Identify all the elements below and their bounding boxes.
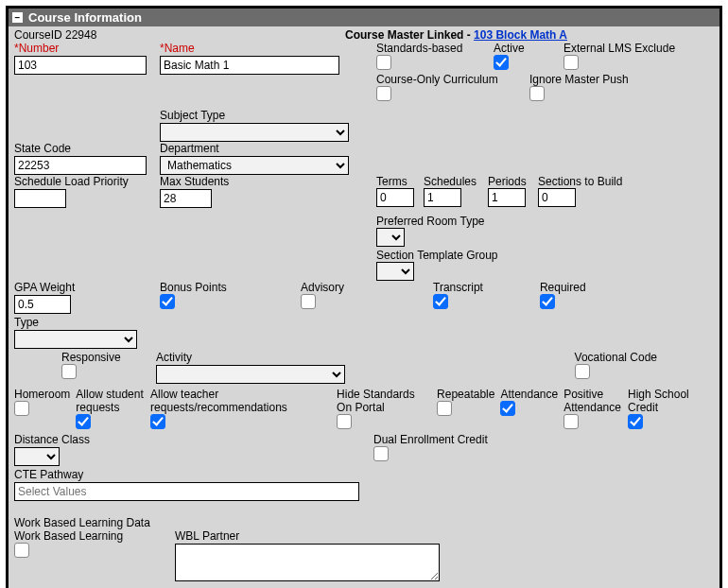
- course-only-check[interactable]: [376, 86, 391, 101]
- type-select[interactable]: [14, 330, 137, 349]
- dual-enroll-label: Dual Enrollment Credit: [373, 433, 488, 446]
- department-select[interactable]: Mathematics: [160, 156, 349, 175]
- standards-based-check[interactable]: [376, 55, 391, 70]
- max-students-label: Max Students: [160, 175, 373, 188]
- hide-standards-check[interactable]: [337, 414, 352, 429]
- ignore-master-check[interactable]: [529, 86, 545, 101]
- sched-load-label: Schedule Load Priority: [14, 175, 156, 188]
- sections-build-input[interactable]: [538, 188, 576, 207]
- allow-student-label: Allow student requests: [76, 388, 145, 414]
- gpa-weight-label: GPA Weight: [14, 281, 156, 294]
- cte-pathway-label: CTE Pathway: [14, 468, 714, 481]
- responsive-label: Responsive: [61, 351, 121, 364]
- distance-class-label: Distance Class: [14, 433, 355, 446]
- course-id-label: CourseID 22948: [14, 28, 96, 42]
- ignore-master-label: Ignore Master Push: [529, 73, 629, 86]
- external-lms-check[interactable]: [563, 55, 579, 70]
- external-lms-label: External LMS Exclude: [563, 42, 675, 55]
- allow-student-check[interactable]: [76, 414, 91, 429]
- sections-build-label: Sections to Build: [538, 175, 622, 188]
- subject-type-label: Subject Type: [160, 109, 373, 122]
- wbl-partner-input[interactable]: [175, 544, 440, 581]
- course-info-panel: − Course Information CourseID 22948 Cour…: [6, 6, 722, 588]
- number-label: *Number: [14, 42, 156, 55]
- number-input[interactable]: [14, 56, 147, 75]
- required-check[interactable]: [540, 294, 555, 309]
- section-template-label: Section Template Group: [376, 249, 498, 262]
- max-students-input[interactable]: [160, 189, 212, 208]
- bonus-points-label: Bonus Points: [160, 281, 227, 294]
- dual-enroll-check[interactable]: [373, 446, 389, 461]
- master-linked-label: Course Master Linked -: [345, 28, 474, 42]
- preferred-room-label: Preferred Room Type: [376, 215, 485, 228]
- preferred-room-select[interactable]: [376, 228, 405, 247]
- course-only-label: Course-Only Curriculum: [376, 73, 498, 86]
- advisory-check[interactable]: [301, 294, 316, 309]
- subject-type-select[interactable]: [160, 123, 349, 142]
- cte-pathway-input[interactable]: [14, 482, 359, 501]
- panel-titlebar: − Course Information: [9, 9, 719, 26]
- hs-credit-label: High School Credit: [628, 388, 714, 414]
- standards-based-label: Standards-based: [376, 42, 462, 55]
- periods-label: Periods: [488, 175, 527, 188]
- hs-credit-check[interactable]: [628, 414, 643, 429]
- hide-standards-label: Hide Standards On Portal: [337, 388, 431, 414]
- state-code-label: State Code: [14, 142, 156, 155]
- section-template-select[interactable]: [376, 262, 414, 281]
- state-code-input[interactable]: [14, 156, 147, 175]
- master-linked-link[interactable]: 103 Block Math A: [474, 28, 567, 42]
- wbl-partner-label: WBL Partner: [175, 529, 440, 543]
- wbl-label: Work Based Learning: [14, 529, 123, 543]
- responsive-check[interactable]: [61, 364, 77, 379]
- advisory-label: Advisory: [301, 281, 344, 294]
- wbl-check[interactable]: [14, 543, 29, 558]
- terms-label: Terms: [376, 175, 407, 188]
- schedules-input[interactable]: [424, 188, 461, 207]
- required-label: Required: [540, 281, 586, 294]
- activity-label: Activity: [156, 351, 345, 364]
- gpa-weight-input[interactable]: [14, 295, 71, 314]
- distance-class-select[interactable]: [14, 447, 60, 466]
- attendance-label: Attendance: [500, 388, 558, 401]
- pos-attendance-label: Positive Attendance: [563, 388, 622, 414]
- type-label: Type: [14, 316, 714, 329]
- bonus-points-check[interactable]: [160, 294, 175, 309]
- allow-teacher-check[interactable]: [150, 414, 165, 429]
- terms-input[interactable]: [376, 188, 414, 207]
- transcript-label: Transcript: [433, 281, 483, 294]
- periods-input[interactable]: [488, 188, 526, 207]
- sched-load-input[interactable]: [14, 189, 66, 208]
- repeatable-label: Repeatable: [437, 388, 494, 401]
- voc-code-check[interactable]: [575, 364, 590, 379]
- active-label: Active: [494, 42, 525, 55]
- department-label: Department: [160, 142, 373, 155]
- schedules-label: Schedules: [424, 175, 477, 188]
- name-label: *Name: [160, 42, 373, 55]
- pos-attendance-check[interactable]: [563, 414, 579, 429]
- voc-code-label: Vocational Code: [575, 351, 657, 364]
- attendance-check[interactable]: [500, 401, 515, 416]
- repeatable-check[interactable]: [437, 401, 452, 416]
- activity-select[interactable]: [156, 365, 345, 384]
- wbl-section-header: Work Based Learning Data: [14, 516, 714, 529]
- homeroom-label: Homeroom: [14, 388, 70, 401]
- transcript-check[interactable]: [433, 294, 448, 309]
- collapse-icon[interactable]: −: [12, 12, 23, 23]
- homeroom-check[interactable]: [14, 401, 29, 416]
- panel-title: Course Information: [28, 10, 142, 25]
- active-check[interactable]: [494, 55, 509, 70]
- allow-teacher-label: Allow teacher requests/recommendations: [150, 388, 331, 414]
- name-input[interactable]: [160, 56, 339, 75]
